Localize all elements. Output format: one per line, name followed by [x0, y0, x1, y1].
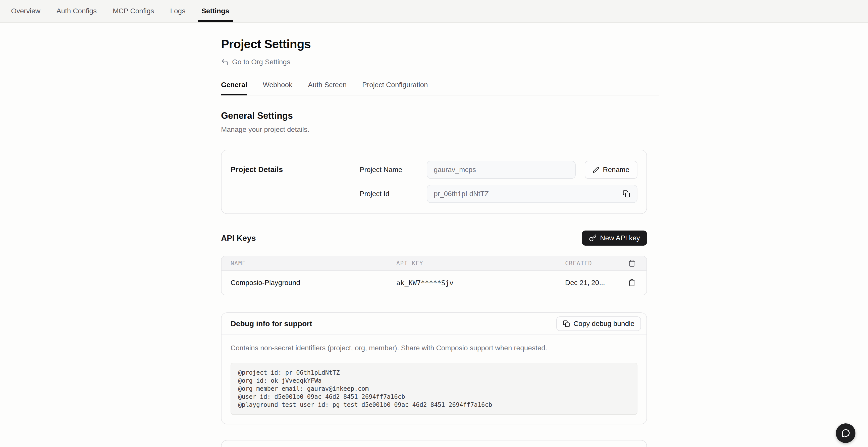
project-id-label: Project Id: [360, 190, 427, 198]
api-keys-header: API Keys New API key: [221, 230, 647, 246]
key-icon: [589, 234, 596, 242]
next-section-card-partial: [221, 440, 647, 447]
copy-icon: [563, 320, 570, 327]
project-name-row: Project Name gaurav_mcps Rename: [360, 161, 638, 179]
project-name-value: gaurav_mcps: [434, 166, 476, 174]
project-id-input[interactable]: pr_06th1pLdNtTZ: [427, 185, 638, 203]
page-title: Project Settings: [221, 37, 647, 51]
go-to-org-settings-link[interactable]: Go to Org Settings: [221, 58, 290, 66]
debug-description: Contains non-secret identifiers (project…: [230, 344, 638, 352]
delete-all-keys-button[interactable]: [626, 258, 638, 269]
code-line: @org_id: ok_jVveqqkYFWa-: [238, 377, 630, 385]
copy-icon: [623, 190, 630, 198]
tab-project-configuration[interactable]: Project Configuration: [362, 81, 428, 95]
code-line: @org_member_email: gaurav@inkeep.com: [238, 385, 630, 393]
code-line: @playground_test_user_id: pg-test-d5e001…: [238, 401, 630, 409]
api-keys-table: NAME API KEY CREATED Composio-Playground…: [221, 256, 647, 295]
nav-item-logs[interactable]: Logs: [170, 0, 185, 22]
column-header-name: NAME: [230, 260, 396, 266]
nav-item-mcp-configs[interactable]: MCP Configs: [113, 0, 154, 22]
trash-icon: [628, 279, 636, 287]
project-details-form: Project Name gaurav_mcps Rename Project …: [360, 161, 638, 203]
tab-auth-screen[interactable]: Auth Screen: [308, 81, 347, 95]
code-line: @user_id: d5e001b0-09ac-46d2-8451-2694ff…: [238, 393, 630, 401]
project-id-value: pr_06th1pLdNtTZ: [434, 190, 489, 198]
top-navigation: Overview Auth Configs MCP Configs Logs S…: [0, 0, 868, 23]
api-key-value: ak_KW7*****Sjv: [396, 279, 565, 287]
general-settings-heading: General Settings: [221, 110, 647, 121]
project-name-label: Project Name: [360, 166, 427, 174]
trash-icon: [628, 259, 636, 267]
general-settings-subheading: Manage your project details.: [221, 126, 647, 134]
copy-debug-bundle-button[interactable]: Copy debug bundle: [556, 316, 641, 331]
api-key-name: Composio-Playground: [230, 279, 396, 287]
code-line: @project_id: pr_06th1pLdNtTZ: [238, 369, 630, 377]
tab-webhook[interactable]: Webhook: [263, 81, 292, 95]
project-details-title: Project Details: [230, 161, 360, 203]
delete-key-button[interactable]: [626, 277, 638, 288]
rename-button-label: Rename: [603, 166, 629, 174]
project-id-row: Project Id pr_06th1pLdNtTZ: [360, 185, 638, 203]
debug-card-header: Debug info for support Copy debug bundle: [221, 313, 647, 335]
project-details-card: Project Details Project Name gaurav_mcps…: [221, 150, 647, 214]
nav-item-overview[interactable]: Overview: [11, 0, 40, 22]
debug-info-card: Debug info for support Copy debug bundle…: [221, 312, 647, 424]
debug-code-block: @project_id: pr_06th1pLdNtTZ@org_id: ok_…: [230, 363, 638, 415]
support-chat-button[interactable]: [836, 423, 856, 443]
nav-item-auth-configs[interactable]: Auth Configs: [57, 0, 97, 22]
project-name-input[interactable]: gaurav_mcps: [427, 161, 576, 179]
tab-general[interactable]: General: [221, 81, 247, 95]
api-key-table-row: Composio-Playground ak_KW7*****Sjv Dec 2…: [221, 271, 647, 295]
go-to-org-settings-label: Go to Org Settings: [232, 58, 290, 66]
rename-button[interactable]: Rename: [585, 161, 638, 179]
copy-debug-bundle-label: Copy debug bundle: [574, 320, 634, 328]
api-keys-heading: API Keys: [221, 233, 256, 243]
debug-card-body: Contains non-secret identifiers (project…: [221, 335, 647, 424]
settings-tabs: General Webhook Auth Screen Project Conf…: [221, 81, 659, 95]
corner-up-left-icon: [221, 58, 228, 66]
api-keys-table-header: NAME API KEY CREATED: [221, 256, 647, 271]
api-key-created: Dec 21, 20...: [565, 279, 621, 287]
new-api-key-button[interactable]: New API key: [582, 230, 647, 246]
column-header-api-key: API KEY: [396, 260, 565, 266]
nav-item-settings[interactable]: Settings: [202, 0, 229, 22]
pencil-icon: [593, 166, 599, 173]
settings-page: Project Settings Go to Org Settings Gene…: [221, 23, 647, 447]
copy-project-id-button[interactable]: [621, 189, 631, 199]
chat-bubble-icon: [841, 428, 850, 438]
debug-card-title: Debug info for support: [230, 319, 312, 328]
new-api-key-label: New API key: [600, 234, 640, 242]
column-header-created: CREATED: [565, 260, 621, 266]
